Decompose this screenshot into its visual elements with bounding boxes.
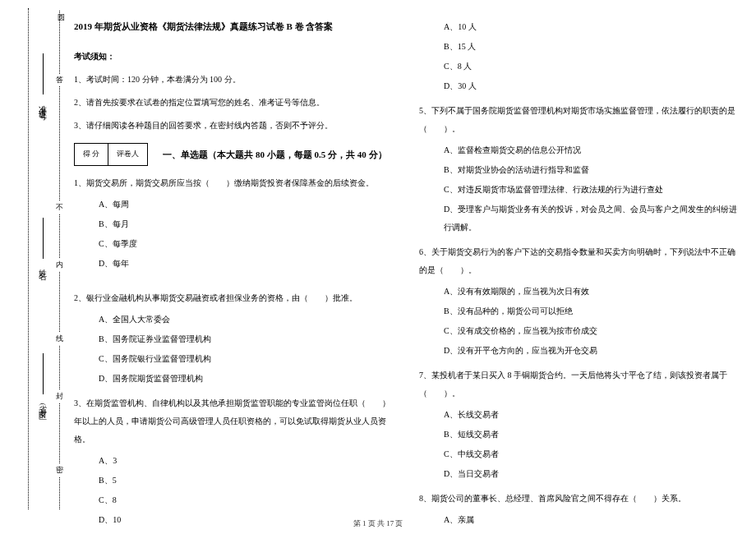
q2-opt-b: B、国务院证券业监督管理机构 [99,330,394,348]
instruction-1: 1、考试时间：120 分钟，本卷满分为 100 分。 [74,71,394,89]
seal-char-5: 封 [56,390,63,403]
field-region: 省（市区） [36,398,48,411]
score-cell-score: 得 分 [74,143,108,166]
q7-stem: 7、某投机者于某日买入 8 手铜期货合约。一天后他将头寸平仓了结，则该投资者属于… [419,366,740,403]
q7-opt-c: C、中线交易者 [444,445,740,463]
q4-opt-a: A、10 人 [444,18,740,36]
q5-stem: 5、下列不属于国务院期货监督管理机构对期货市场实施监督管理，依法履行的职责的是（… [419,102,740,138]
score-row: 得 分 评卷人 一、单选题（本大题共 80 小题，每题 0.5 分，共 40 分… [74,143,394,166]
page-footer: 第 1 页 共 17 页 [0,518,756,529]
seal-char-3: 内 [56,259,63,271]
q2-stem: 2、银行业金融机构从事期货交易融资或者担保业务的资格，由（ ）批准。 [74,289,394,307]
seal-char-4: 线 [56,333,63,345]
q6-opt-a: A、没有有效期限的，应当视为次日有效 [444,283,740,301]
q2-opt-a: A、全国人大常委会 [99,311,394,329]
gutter-top-char: 圆 [56,7,67,10]
q1-opt-b: B、每月 [99,215,394,233]
q7-options: A、长线交易者 B、短线交易者 C、中线交易者 D、当日交易者 [444,406,740,483]
instruction-2: 2、请首先按要求在试卷的指定位置填写您的姓名、准考证号等信息。 [74,94,394,112]
column-right: A、10 人 B、15 人 C、8 人 D、30 人 5、下列不属于国务院期货监… [419,16,740,509]
q5-opt-d: D、受理客户与期货业务有关的投诉，对会员之间、会员与客户之间发生的纠纷进行调解。 [444,200,740,237]
q4-opt-b: B、15 人 [444,38,740,56]
field-region-line [43,353,44,394]
instructions-heading: 考试须知： [74,48,394,66]
q6-opt-c: C、没有成交价格的，应当视为按市价成交 [444,322,740,340]
q3-opt-c: C、8 [99,491,394,509]
q7-opt-d: D、当日交易者 [444,465,740,483]
field-name-line [43,218,44,259]
field-exam-id-line [43,53,44,94]
q6-opt-b: B、没有品种的，期货公司可以拒绝 [444,302,740,320]
q1-options: A、每周 B、每月 C、每季度 D、每年 [99,196,394,273]
q2-opt-c: C、国务院银行业监督管理机构 [99,350,394,368]
q4-opt-d: D、30 人 [444,77,740,95]
q2-opt-d: D、国务院期货监督管理机构 [99,370,394,388]
exam-title: 2019 年期货从业资格《期货法律法规》真题练习试卷 B 卷 含答案 [74,16,394,36]
part1-heading: 一、单选题（本大题共 80 小题，每题 0.5 分，共 40 分） [163,145,386,164]
binding-gutter: 圆 准考证号 姓名 省（市区） 答 不 内 线 封 密 [8,8,66,509]
q3-stem: 3、在期货监管机构、自律机构以及其他承担期货监管职能的专业监管岗位任职（ ）年以… [74,394,394,449]
q6-opt-d: D、没有开平仓方向的，应当视为开仓交易 [444,342,740,360]
q5-options: A、监督检查期货交易的信息公开情况 B、对期货业协会的活动进行指导和监督 C、对… [444,141,740,237]
page-content: 2019 年期货从业资格《期货法律法规》真题练习试卷 B 卷 含答案 考试须知：… [74,16,740,509]
q7-opt-b: B、短线交易者 [444,426,740,444]
q8-opt-b: B、近亲属 [444,531,740,534]
field-name: 姓名 [36,263,48,268]
score-box: 得 分 评卷人 [74,143,148,166]
q6-stem: 6、关于期货交易行为的客户下达的交易指令数量和买卖方向明确时，下列说法中不正确的… [419,243,740,279]
q1-opt-a: A、每周 [99,196,394,214]
instruction-3: 3、请仔细阅读各种题目的回答要求，在密封线内答题，否则不予评分。 [74,117,394,135]
q3-opt-a: A、3 [99,452,394,470]
q5-opt-c: C、对违反期货市场监督管理法律、行政法规的行为进行查处 [444,181,740,199]
q8-stem: 8、期货公司的董事长、总经理、首席风险官之间不得存在（ ）关系。 [419,490,740,508]
score-cell-grader: 评卷人 [108,143,148,166]
seal-char-2: 不 [56,201,63,214]
seal-char-1: 答 [56,74,63,86]
column-left: 2019 年期货从业资格《期货法律法规》真题练习试卷 B 卷 含答案 考试须知：… [74,16,394,509]
q1-opt-c: C、每季度 [99,235,394,253]
q7-opt-a: A、长线交易者 [444,406,740,424]
q3-options: A、3 B、5 C、8 D、10 [99,452,394,529]
q3-opt-b: B、5 [99,472,394,490]
q5-opt-b: B、对期货业协会的活动进行指导和监督 [444,161,740,179]
field-exam-id: 准考证号 [36,99,48,108]
q4-options: A、10 人 B、15 人 C、8 人 D、30 人 [444,18,740,95]
dotted-line-outer [28,8,29,509]
q4-opt-c: C、8 人 [444,58,740,76]
seal-char-6: 密 [56,464,63,476]
q2-options: A、全国人大常委会 B、国务院证券业监督管理机构 C、国务院银行业监督管理机构 … [99,311,394,388]
q5-opt-a: A、监督检查期货交易的信息公开情况 [444,141,740,159]
q6-options: A、没有有效期限的，应当视为次日有效 B、没有品种的，期货公司可以拒绝 C、没有… [444,283,740,360]
q1-opt-d: D、每年 [99,255,394,273]
q1-stem: 1、期货交易所，期货交易所应当按（ ）缴纳期货投资者保障基金的后续资金。 [74,174,394,192]
